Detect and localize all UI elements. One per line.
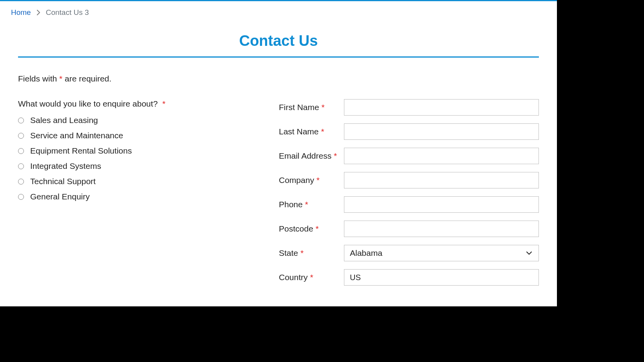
label-text: First Name	[279, 103, 319, 112]
required-note-pre: Fields with	[18, 74, 59, 83]
enquiry-section: What would you like to enquire about? * …	[18, 99, 279, 293]
state-select[interactable]: Alabama	[344, 245, 539, 261]
asterisk-icon: *	[305, 200, 308, 209]
chevron-right-icon	[36, 10, 40, 15]
radio-option-technical-support[interactable]: Technical Support	[18, 177, 263, 186]
radio-label: Equipment Rental Solutions	[30, 146, 132, 156]
radio-option-sales-leasing[interactable]: Sales and Leasing	[18, 116, 263, 125]
label-text: Company	[279, 176, 314, 185]
company-input[interactable]	[344, 172, 539, 188]
page-container: Home Contact Us 3 Contact Us Fields with…	[0, 0, 557, 306]
asterisk-icon: *	[59, 74, 62, 83]
field-row-phone: Phone *	[279, 196, 539, 213]
asterisk-icon: *	[300, 248, 304, 257]
radio-label: Technical Support	[30, 177, 96, 186]
enquire-radio-group: Sales and Leasing Service and Maintenanc…	[18, 116, 263, 201]
label-text: Country	[279, 273, 308, 282]
first-name-label: First Name *	[279, 103, 344, 112]
label-text: Email Address	[279, 151, 331, 160]
radio-option-general-enquiry[interactable]: General Enquiry	[18, 192, 263, 201]
breadcrumb-home-link[interactable]: Home	[11, 8, 31, 17]
company-label: Company *	[279, 176, 344, 185]
field-row-last-name: Last Name *	[279, 123, 539, 140]
country-label: Country *	[279, 273, 344, 282]
radio-input[interactable]	[18, 148, 24, 154]
breadcrumb-current: Contact Us 3	[46, 8, 89, 17]
first-name-input[interactable]	[344, 99, 539, 116]
phone-input[interactable]	[344, 196, 539, 213]
enquire-about-label: What would you like to enquire about? *	[18, 99, 263, 109]
label-text: State	[279, 248, 298, 257]
required-fields-note: Fields with * are required.	[18, 74, 539, 83]
radio-option-service-maintenance[interactable]: Service and Maintenance	[18, 131, 263, 140]
radio-input[interactable]	[18, 179, 24, 185]
radio-option-integrated-systems[interactable]: Integrated Systems	[18, 161, 263, 171]
label-text: Phone	[279, 200, 303, 209]
radio-label: Integrated Systems	[30, 161, 101, 171]
label-text: Last Name	[279, 127, 319, 136]
field-row-country: Country *	[279, 269, 539, 286]
asterisk-icon: *	[317, 176, 320, 185]
radio-input[interactable]	[18, 133, 24, 139]
state-label: State *	[279, 248, 344, 258]
field-row-email: Email Address *	[279, 148, 539, 164]
radio-input[interactable]	[18, 118, 24, 123]
asterisk-icon: *	[315, 224, 318, 233]
asterisk-icon: *	[162, 99, 166, 108]
radio-input[interactable]	[18, 163, 24, 169]
radio-input[interactable]	[18, 194, 24, 200]
required-note-post: are required.	[62, 74, 111, 83]
radio-label: Sales and Leasing	[30, 116, 98, 125]
email-label: Email Address *	[279, 151, 344, 161]
postcode-input[interactable]	[344, 221, 539, 237]
radio-label: Service and Maintenance	[30, 131, 123, 140]
phone-label: Phone *	[279, 200, 344, 209]
asterisk-icon: *	[334, 151, 337, 160]
enquire-label-text: What would you like to enquire about?	[18, 99, 158, 108]
asterisk-icon: *	[322, 103, 325, 112]
field-row-postcode: Postcode *	[279, 221, 539, 237]
last-name-label: Last Name *	[279, 127, 344, 136]
page-title: Contact Us	[18, 33, 539, 58]
field-row-company: Company *	[279, 172, 539, 188]
country-input[interactable]	[344, 269, 539, 286]
breadcrumb: Home Contact Us 3	[0, 1, 557, 17]
radio-label: General Enquiry	[30, 192, 90, 201]
asterisk-icon: *	[321, 127, 324, 136]
postcode-label: Postcode *	[279, 224, 344, 233]
field-row-first-name: First Name *	[279, 99, 539, 116]
email-input[interactable]	[344, 148, 539, 164]
chevron-down-icon	[526, 251, 532, 255]
last-name-input[interactable]	[344, 123, 539, 140]
label-text: Postcode	[279, 224, 313, 233]
radio-option-equipment-rental[interactable]: Equipment Rental Solutions	[18, 146, 263, 156]
contact-fields-section: First Name * Last Name *	[279, 99, 539, 293]
field-row-state: State * Alabama	[279, 245, 539, 261]
asterisk-icon: *	[310, 273, 313, 282]
state-selected-value: Alabama	[350, 248, 533, 258]
